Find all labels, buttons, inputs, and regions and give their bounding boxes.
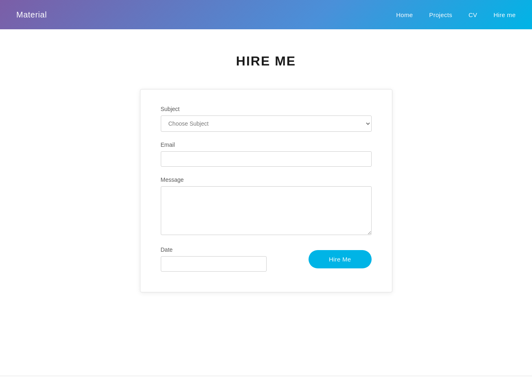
nav-cv[interactable]: CV [469,11,477,18]
hire-form-card: Subject Choose Subject Job Opportunity F… [140,89,392,292]
footer [0,376,532,392]
hire-me-button[interactable]: Hire Me [309,250,372,268]
nav-projects[interactable]: Projects [429,11,452,18]
email-label: Email [161,142,372,148]
nav-hireme[interactable]: Hire me [493,11,516,18]
brand-logo: Material [16,10,47,20]
message-textarea[interactable] [161,186,372,235]
bottom-row: Date Hire Me [161,246,372,272]
message-group: Message [161,176,372,237]
header: Material Home Projects CV Hire me [0,0,532,29]
date-group: Date [161,246,300,272]
main-nav: Home Projects CV Hire me [396,11,516,18]
email-group: Email [161,142,372,167]
page-title: HIRE ME [236,54,296,69]
date-label: Date [161,246,300,253]
subject-group: Subject Choose Subject Job Opportunity F… [161,106,372,132]
subject-select[interactable]: Choose Subject Job Opportunity Freelance… [161,115,372,132]
main-content: HIRE ME Subject Choose Subject Job Oppor… [0,29,532,376]
date-input[interactable] [161,256,267,272]
message-label: Message [161,176,372,183]
email-input[interactable] [161,151,372,167]
subject-label: Subject [161,106,372,112]
nav-home[interactable]: Home [396,11,413,18]
